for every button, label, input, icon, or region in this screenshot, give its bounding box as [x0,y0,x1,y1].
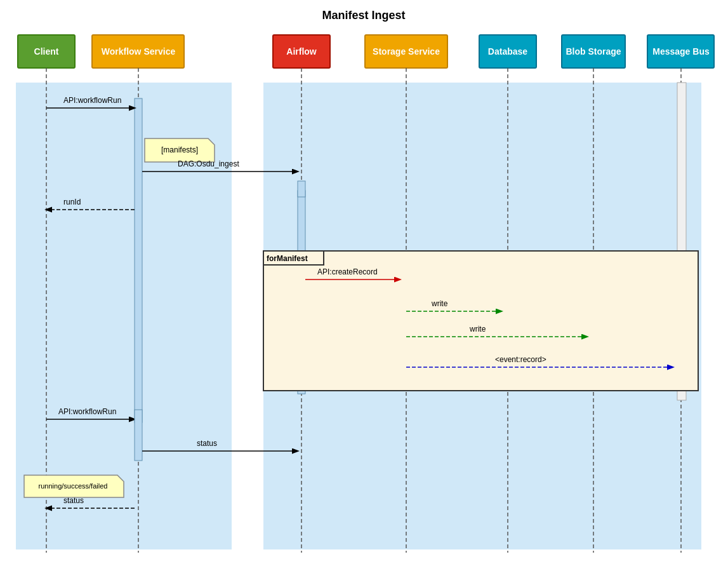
actor-blob-label: Blob Storage [566,46,621,57]
actor-msgbus-label: Message Bus [652,46,710,57]
msg-status-response-label: status [63,496,84,505]
msg-status-request-label: status [197,439,217,448]
activation-workflow-2 [135,410,142,461]
actor-database-label: Database [488,46,527,57]
diagram-container: Manifest Ingest Client Workflow Service … [0,0,728,566]
actor-workflow-label: Workflow Service [102,46,176,57]
diagram-title: Manifest Ingest [322,9,405,22]
actor-airflow-label: Airflow [286,46,317,57]
sequence-diagram: Manifest Ingest Client Workflow Service … [0,0,728,566]
msg-api-workflowrun-2-label: API:workflowRun [58,407,116,416]
loop-label: forManifest [267,254,308,263]
note-manifests-label: [manifests] [161,145,198,154]
msg-api-createrecord-label: API:createRecord [317,267,378,276]
actor-client-label: Client [34,46,59,57]
msg-event-record-label: <event:record> [495,355,546,364]
activation-workflow [135,98,142,422]
msg-dag-osdu-ingest-label: DAG:Osdu_ingest [178,159,239,168]
msg-write-blob-label: write [469,325,486,334]
msg-write-db-label: write [431,299,448,308]
note-status-label: running/success/failed [39,482,108,490]
msg-api-workflowrun-1-label: API:workflowRun [63,96,121,105]
activation-airflow-small [298,181,305,197]
msg-runid-label: runId [63,198,81,206]
actor-storage-label: Storage Service [373,46,440,57]
